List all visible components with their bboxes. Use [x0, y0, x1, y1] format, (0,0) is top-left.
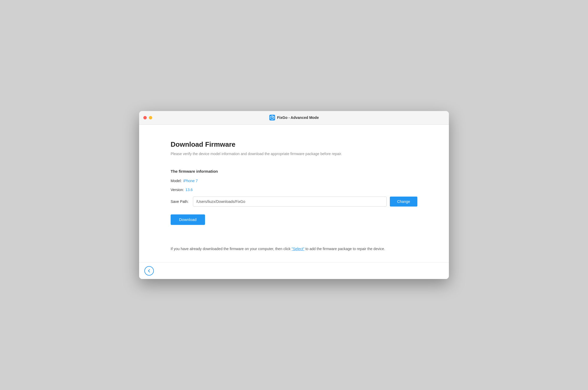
app-icon [269, 115, 275, 120]
page-title: Download Firmware [171, 140, 417, 149]
app-title: FixGo - Advanced Mode [277, 115, 319, 120]
close-button[interactable] [143, 116, 147, 119]
change-button[interactable]: Change [390, 197, 417, 207]
window-controls [143, 116, 152, 119]
bottom-note-after: to add the firmware package to repair th… [304, 247, 385, 251]
firmware-section: The firmware information Model: iPhone 7… [171, 169, 417, 225]
version-row: Version: 13.6 [171, 188, 417, 192]
back-arrow-icon [147, 268, 151, 273]
save-path-label: Save Path: [171, 199, 189, 204]
version-label: Version: [171, 188, 184, 192]
select-link[interactable]: "Select" [292, 247, 304, 251]
download-button[interactable]: Download [171, 214, 205, 225]
model-label: Model: [171, 179, 182, 183]
save-path-input[interactable] [193, 197, 387, 207]
titlebar-title: FixGo - Advanced Mode [269, 115, 319, 120]
version-value: 13.6 [186, 188, 193, 192]
model-row: Model: iPhone 7 [171, 179, 417, 183]
back-button[interactable] [144, 266, 154, 276]
model-value: iPhone 7 [183, 179, 198, 183]
page-subtitle: Please verify the device model informati… [171, 152, 417, 156]
titlebar: FixGo - Advanced Mode [139, 111, 449, 125]
app-window: FixGo - Advanced Mode Download Firmware … [139, 111, 449, 279]
main-content: Download Firmware Please verify the devi… [139, 125, 449, 262]
footer [139, 262, 449, 279]
bottom-note: If you have already downloaded the firmw… [171, 246, 417, 262]
minimize-button[interactable] [149, 116, 152, 119]
bottom-note-before: If you have already downloaded the firmw… [171, 247, 292, 251]
firmware-section-title: The firmware information [171, 169, 417, 173]
save-path-row: Save Path: Change [171, 197, 417, 207]
